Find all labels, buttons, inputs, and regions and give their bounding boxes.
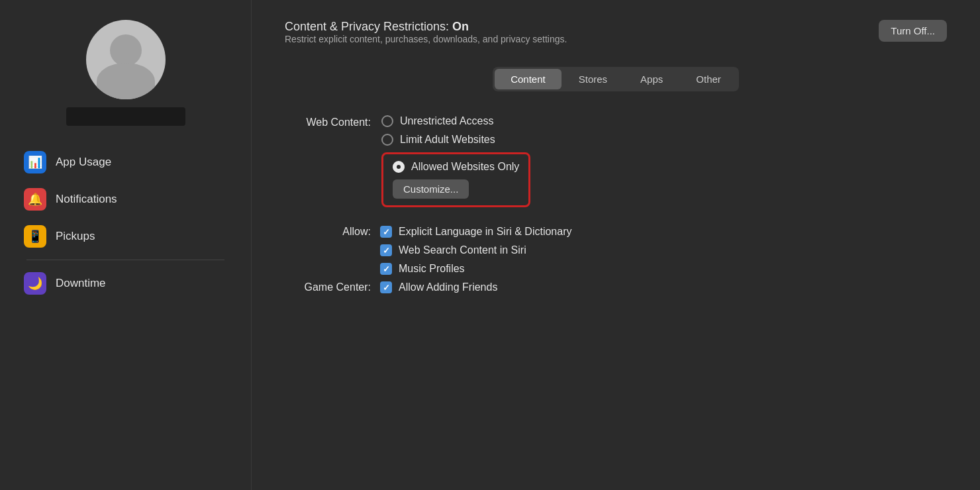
sidebar-nav: 📊 App Usage 🔔 Notifications 📱 Pickups 🌙 … <box>0 144 251 303</box>
main-content: Content & Privacy Restrictions: On Restr… <box>252 0 980 490</box>
radio-allowed-only-label: Allowed Websites Only <box>411 161 519 173</box>
tab-stores[interactable]: Stores <box>563 69 623 89</box>
restriction-status: On <box>452 20 469 33</box>
tab-content[interactable]: Content <box>495 69 562 89</box>
allow-row-explicit: Allow: Explicit Language in Siri & Dicti… <box>285 226 947 238</box>
music-profiles-row: Music Profiles <box>285 263 947 275</box>
web-content-label: Web Content: <box>285 115 371 128</box>
app-usage-icon: 📊 <box>24 151 46 173</box>
web-content-row: Web Content: Unrestricted Access Limit A… <box>285 115 947 207</box>
sidebar-item-label: Pickups <box>56 230 95 243</box>
sidebar-divider <box>26 260 224 260</box>
radio-unrestricted-label: Unrestricted Access <box>400 115 493 127</box>
customize-button[interactable]: Customize... <box>393 179 469 199</box>
avatar <box>86 20 166 99</box>
checkbox-explicit-siri-box <box>380 226 392 238</box>
header-row: Content & Privacy Restrictions: On Restr… <box>285 20 947 63</box>
checkbox-music-profiles-box <box>380 263 392 275</box>
notifications-icon: 🔔 <box>24 188 46 211</box>
sidebar-item-pickups[interactable]: 📱 Pickups <box>13 219 238 254</box>
radio-limit-adult[interactable]: Limit Adult Websites <box>381 134 530 146</box>
radio-limit-adult-circle <box>381 134 393 146</box>
tab-apps[interactable]: Apps <box>624 69 679 89</box>
highlight-box: Allowed Websites Only Customize... <box>381 152 530 207</box>
web-content-section: Web Content: Unrestricted Access Limit A… <box>285 115 947 207</box>
checkbox-music-profiles[interactable]: Music Profiles <box>380 263 465 275</box>
checkbox-allow-adding-friends-box <box>380 281 392 293</box>
avatar-head <box>110 34 142 66</box>
checkbox-explicit-siri-label: Explicit Language in Siri & Dictionary <box>399 226 571 238</box>
sidebar-item-label: Downtime <box>56 277 106 290</box>
radio-unrestricted[interactable]: Unrestricted Access <box>381 115 530 127</box>
checkbox-explicit-siri[interactable]: Explicit Language in Siri & Dictionary <box>380 226 571 238</box>
avatar-body <box>97 63 155 99</box>
avatar-container <box>66 20 185 126</box>
tab-other[interactable]: Other <box>680 69 737 89</box>
checkbox-web-search-label: Web Search Content in Siri <box>399 244 526 256</box>
checkbox-allow-adding-friends[interactable]: Allow Adding Friends <box>380 281 497 293</box>
radio-unrestricted-circle <box>381 115 393 127</box>
pickups-icon: 📱 <box>24 225 46 248</box>
radio-allowed-only-circle <box>393 161 405 173</box>
game-center-label: Game Center: <box>285 281 371 293</box>
page-title: Content & Privacy Restrictions: On <box>285 20 567 34</box>
sidebar-item-label: Notifications <box>56 193 117 206</box>
game-center-row: Game Center: Allow Adding Friends <box>285 281 947 293</box>
allow-row-web-search: Web Search Content in Siri <box>285 244 947 256</box>
checkbox-allow-adding-friends-label: Allow Adding Friends <box>399 281 497 293</box>
sidebar-item-app-usage[interactable]: 📊 App Usage <box>13 144 238 180</box>
user-name-bar <box>66 107 185 126</box>
checkbox-web-search[interactable]: Web Search Content in Siri <box>380 244 526 256</box>
page-subtitle: Restrict explicit content, purchases, do… <box>285 34 567 44</box>
sidebar-item-downtime[interactable]: 🌙 Downtime <box>13 266 238 301</box>
sidebar-item-label: App Usage <box>56 156 111 169</box>
sidebar-item-notifications[interactable]: 🔔 Notifications <box>13 181 238 217</box>
allow-label: Allow: <box>285 226 371 238</box>
tab-bar: Content Stores Apps Other <box>493 67 739 91</box>
sidebar: 📊 App Usage 🔔 Notifications 📱 Pickups 🌙 … <box>0 0 252 490</box>
downtime-icon: 🌙 <box>24 272 46 295</box>
checkbox-web-search-box <box>380 244 392 256</box>
web-content-options: Unrestricted Access Limit Adult Websites… <box>381 115 530 207</box>
checkbox-music-profiles-label: Music Profiles <box>399 263 465 275</box>
radio-limit-adult-label: Limit Adult Websites <box>400 134 495 146</box>
allow-section: Allow: Explicit Language in Siri & Dicti… <box>285 226 947 256</box>
turn-off-button[interactable]: Turn Off... <box>879 20 947 42</box>
radio-allowed-only[interactable]: Allowed Websites Only <box>393 161 519 173</box>
